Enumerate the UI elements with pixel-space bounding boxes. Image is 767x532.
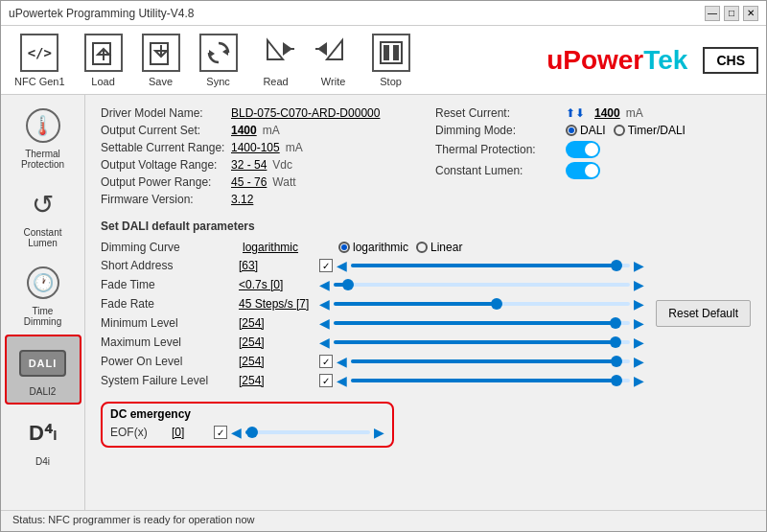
svg-marker-6 xyxy=(222,48,228,56)
maximum-level-value[interactable]: [254] xyxy=(239,335,315,349)
short-address-left-arrow[interactable]: ◀ xyxy=(337,258,347,273)
maximum-level-left-arrow[interactable]: ◀ xyxy=(319,335,330,350)
dali-section-title: Set DALI default parameters xyxy=(101,220,751,233)
system-failure-value[interactable]: [254] xyxy=(239,374,315,387)
fade-time-slider[interactable]: ◀ ▶ xyxy=(319,277,644,292)
eof-slider[interactable]: ◀ ▶ xyxy=(231,425,384,440)
power-on-track[interactable] xyxy=(351,359,630,363)
system-failure-left-arrow[interactable]: ◀ xyxy=(337,373,347,388)
thermal-protection-toggle[interactable] xyxy=(566,141,600,158)
maximum-level-track[interactable] xyxy=(334,340,630,344)
reset-current-unit: mA xyxy=(626,106,643,120)
dimming-linear-dot xyxy=(416,242,428,253)
dimming-timer-radio[interactable]: Timer/DALI xyxy=(614,124,686,137)
driver-model-label: Driver Model Name: xyxy=(101,106,225,120)
fade-rate-track[interactable] xyxy=(334,302,630,306)
maximum-level-slider[interactable]: ◀ ▶ xyxy=(319,335,644,350)
short-address-track[interactable] xyxy=(351,264,630,267)
svg-marker-7 xyxy=(209,50,215,58)
sync-button[interactable]: Sync xyxy=(194,30,244,91)
read-label: Read xyxy=(263,76,288,87)
power-on-level-value[interactable]: [254] xyxy=(239,355,315,368)
reset-current-value: 1400 xyxy=(594,106,620,120)
short-address-right-arrow[interactable]: ▶ xyxy=(634,258,644,273)
load-icon xyxy=(84,34,123,72)
maximize-button[interactable]: □ xyxy=(724,6,739,21)
system-failure-right-arrow[interactable]: ▶ xyxy=(634,373,644,388)
main-window: uPowertek Programming Utility-V4.8 — □ ✕… xyxy=(0,0,767,532)
dimming-dali-radio[interactable]: DALI xyxy=(566,124,606,137)
power-on-left-arrow[interactable]: ◀ xyxy=(337,354,347,369)
dimming-curve-value[interactable]: logarithmic xyxy=(243,241,319,254)
dimming-logarithmic-radio[interactable]: logarithmic xyxy=(338,241,408,254)
fade-time-right-arrow[interactable]: ▶ xyxy=(634,277,644,292)
brand-logo-area: uPowerTek CHS xyxy=(546,45,758,76)
system-failure-checkbox[interactable] xyxy=(319,374,333,387)
minimize-button[interactable]: — xyxy=(705,6,720,21)
minimum-level-track[interactable] xyxy=(334,321,630,325)
d4i-icon: D⁴ᵢ xyxy=(22,412,64,454)
read-button[interactable]: Read xyxy=(251,30,301,91)
fade-time-left-arrow[interactable]: ◀ xyxy=(319,277,330,292)
reset-current-spinner[interactable]: ⬆⬇ xyxy=(566,106,585,120)
fade-rate-right-arrow[interactable]: ▶ xyxy=(634,296,644,312)
dimming-timer-text: Timer/DALI xyxy=(628,124,686,137)
dimming-linear-radio[interactable]: Linear xyxy=(416,241,462,254)
system-failure-row: System Failure Level [254] ◀ ▶ xyxy=(101,371,644,390)
minimum-level-left-arrow[interactable]: ◀ xyxy=(319,315,330,331)
load-button[interactable]: Load xyxy=(79,30,128,91)
dimming-curve-label: Dimming Curve xyxy=(101,241,235,254)
reset-default-button[interactable]: Reset Default xyxy=(656,300,751,327)
system-failure-track[interactable] xyxy=(351,379,630,382)
stop-button[interactable]: Stop xyxy=(366,30,416,91)
sidebar-thermal-label: ThermalProtection xyxy=(21,149,64,170)
eof-track[interactable] xyxy=(245,430,370,434)
constant-lumen-toggle[interactable] xyxy=(566,162,600,179)
short-address-value[interactable]: [63] xyxy=(239,259,315,272)
minimum-level-label: Minimum Level xyxy=(101,316,235,330)
minimum-level-right-arrow[interactable]: ▶ xyxy=(634,315,644,331)
lumen-icon: ↺ xyxy=(22,183,64,225)
load-label: Load xyxy=(91,76,114,87)
sidebar-item-lumen[interactable]: ↺ ConstantLumen xyxy=(5,177,81,254)
sidebar-item-thermal[interactable]: 🌡️ ThermalProtection xyxy=(5,99,81,175)
status-text: Status: NFC programmer is ready for oper… xyxy=(12,514,255,525)
eof-value[interactable]: [0] xyxy=(172,426,210,439)
eof-left-arrow[interactable]: ◀ xyxy=(231,425,242,440)
fade-rate-slider[interactable]: ◀ ▶ xyxy=(319,296,644,312)
maximum-level-row: Maximum Level [254] ◀ ▶ xyxy=(101,333,644,352)
short-address-checkbox[interactable] xyxy=(319,259,333,272)
minimum-level-slider[interactable]: ◀ ▶ xyxy=(319,315,644,331)
power-on-checkbox[interactable] xyxy=(319,355,333,368)
write-button[interactable]: Write xyxy=(309,30,359,91)
system-failure-slider[interactable]: ◀ ▶ xyxy=(337,373,644,388)
eof-right-arrow[interactable]: ▶ xyxy=(374,425,384,440)
fade-time-track[interactable] xyxy=(334,283,630,287)
fade-time-value[interactable]: <0.7s [0] xyxy=(239,278,315,291)
power-range-value: 45 - 76 xyxy=(231,175,267,189)
fade-rate-value[interactable]: 45 Steps/s [7] xyxy=(239,297,315,311)
window-controls: — □ ✕ xyxy=(705,6,758,21)
maximum-level-right-arrow[interactable]: ▶ xyxy=(634,335,644,350)
power-on-right-arrow[interactable]: ▶ xyxy=(634,354,644,369)
sidebar-item-dali[interactable]: DALI DALI2 xyxy=(5,335,81,405)
save-button[interactable]: Save xyxy=(136,30,186,91)
brand-text: uPowerTek xyxy=(546,45,687,76)
short-address-slider[interactable]: ◀ ▶ xyxy=(337,258,644,273)
main-content: 🌡️ ThermalProtection ↺ ConstantLumen 🕐 T… xyxy=(1,95,766,510)
sidebar-item-d4i[interactable]: D⁴ᵢ D4i xyxy=(5,406,81,473)
eof-checkbox[interactable] xyxy=(214,426,227,439)
voltage-range-label: Output Voltage Range: xyxy=(101,158,225,172)
thermal-icon: 🌡️ xyxy=(22,104,64,147)
firmware-label: Firmware Version: xyxy=(101,193,225,206)
close-button[interactable]: ✕ xyxy=(743,6,758,21)
chs-button[interactable]: CHS xyxy=(703,47,758,74)
power-on-slider[interactable]: ◀ ▶ xyxy=(337,354,644,369)
dimming-linear-text: Linear xyxy=(430,241,462,254)
stop-label: Stop xyxy=(380,76,402,87)
fade-rate-left-arrow[interactable]: ◀ xyxy=(319,296,330,312)
nfc-button[interactable]: </> NFC Gen1 xyxy=(9,30,71,91)
sidebar-item-time[interactable]: 🕐 TimeDimming xyxy=(5,256,81,333)
minimum-level-value[interactable]: [254] xyxy=(239,316,315,330)
output-current-value: 1400 xyxy=(231,124,257,137)
